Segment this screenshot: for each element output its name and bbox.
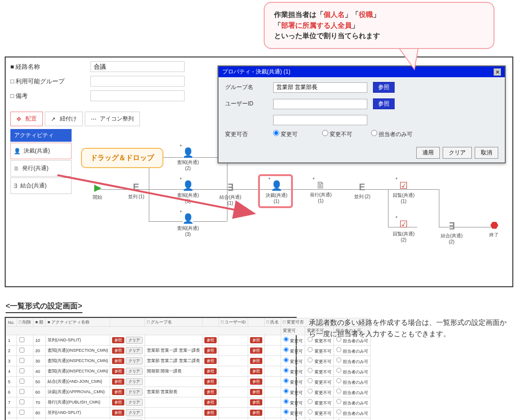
clear-button[interactable]: クリア (126, 378, 143, 385)
cancel-button[interactable]: 取消 (475, 147, 498, 159)
sidebar-item-label: 結合(共通) (20, 182, 47, 190)
label-available-group: □ 利用可能グループ (10, 77, 90, 86)
tab-align[interactable]: ⋯アイコン整列 (85, 112, 140, 126)
ref-button[interactable]: 参照 (250, 379, 262, 385)
callout-assignee-units: 作業担当者は「個人名」「役職」 「部署に所属する人全員」 といった単位で割り当て… (264, 2, 494, 49)
svg-line-2 (57, 175, 251, 213)
dots-icon: ⋯ (91, 116, 97, 122)
ref-button[interactable]: 参照 (204, 389, 217, 395)
label-changeable: 変更可否 (225, 130, 267, 138)
input-group-name[interactable] (273, 82, 367, 93)
table-row: 330査閲(共通)(INSPECTION_CMN)参照 クリア営業部 営業二課 … (6, 356, 371, 366)
ref-button[interactable]: 参照 (204, 337, 217, 343)
route-editor-screenshot: ■ 経路名称 □ 利用可能グループ □ 備考 ✥配置 ↗紐付け ⋯アイコン整列 … (5, 57, 513, 287)
tab-place[interactable]: ✥配置 (10, 112, 43, 126)
stop-icon: ⬣ (481, 219, 507, 231)
label-user-id: ユーザーID (225, 100, 267, 108)
ref-button[interactable]: 参照 (112, 368, 124, 374)
highlight-approve-node (258, 174, 293, 208)
dialog-button-row: 適用 クリア 取消 (225, 144, 498, 159)
prop-row-group: グループ名 参照 (225, 82, 498, 93)
list-section: No. □ 削除 ■ 順 ■ アクティビティ名称 □ グループ名 □ ユーザーI… (5, 317, 513, 420)
input-note[interactable] (90, 90, 185, 101)
node-circ1[interactable]: *☑回覧(共通) (1) (391, 180, 416, 204)
clear-button[interactable]: クリア (126, 399, 143, 406)
clear-button[interactable]: クリア (443, 147, 472, 159)
radio-owner-only[interactable]: 担当者のみ可 (371, 130, 413, 138)
ref-button-group[interactable]: 参照 (373, 82, 395, 93)
table-row: 220査閲(共通)(INSPECTION_CMN)参照 クリア営業部 営業一課 … (6, 346, 371, 356)
radio-changeable[interactable]: 変更可 (273, 130, 316, 138)
callout-drag-drop: ドラッグ＆ドロップ (81, 148, 163, 168)
ref-button[interactable]: 参照 (112, 389, 124, 395)
clear-button[interactable]: クリア (126, 388, 143, 396)
clear-button[interactable]: クリア (126, 357, 143, 364)
list-section-title: <一覧形式の設定画面> (6, 301, 82, 313)
clear-button[interactable]: クリア (126, 347, 143, 354)
join-icon: ∃ (14, 183, 17, 189)
clear-button[interactable]: クリア (126, 337, 143, 344)
ref-button[interactable]: 参照 (250, 389, 262, 395)
ref-button[interactable]: 参照 (204, 410, 217, 416)
label-group-name: グループ名 (225, 83, 267, 91)
ref-button[interactable]: 参照 (250, 358, 262, 364)
ref-button[interactable]: 参照 (112, 347, 124, 354)
ref-button[interactable]: 参照 (250, 399, 262, 405)
ref-button[interactable]: 参照 (204, 368, 217, 374)
clear-button[interactable]: クリア (126, 409, 143, 416)
prop-row-change: 変更可否 変更可 変更不可 担当者のみ可 (225, 130, 498, 138)
apply-button[interactable]: 適用 (416, 147, 440, 159)
ref-button[interactable]: 参照 (250, 337, 262, 343)
link-icon: ↗ (51, 116, 57, 122)
ref-button[interactable]: 参照 (204, 347, 217, 354)
sidebar-item-approve[interactable]: 👤 決裁(共通) (10, 143, 72, 159)
label-route-name: ■ 経路名称 (10, 63, 90, 71)
sidebar-item-label: 決裁(共通) (24, 147, 50, 155)
table-row: 440査閲(共通)(INSPECTION_CMN)参照 クリア開発部 開発一課長… (6, 366, 371, 377)
ref-button[interactable]: 参照 (112, 399, 124, 405)
close-icon[interactable]: ✕ (494, 68, 501, 76)
ref-button[interactable]: 参照 (250, 368, 262, 374)
sidebar-item-label: 発行(共通) (22, 164, 49, 172)
ref-button[interactable]: 参照 (204, 399, 217, 405)
ref-button[interactable]: 参照 (112, 337, 124, 343)
check-icon: ☑ (391, 180, 416, 191)
dialog-title: プロパティ - 決裁(共通) (1) (222, 68, 291, 76)
input-route-name[interactable] (90, 61, 185, 72)
table-row: 880並列(AND-SPLIT)参照 クリア参照参照 変更可 変更不可 担当者の… (6, 408, 371, 418)
move-icon: ✥ (16, 116, 23, 122)
table-row: 660決裁(共通)(APPROVAL_CMN)参照 クリア営業部 営業部長参照参… (6, 387, 371, 397)
node-end[interactable]: ⬣終了 (481, 219, 507, 238)
label-note: □ 備考 (10, 92, 90, 100)
dialog-titlebar[interactable]: プロパティ - 決裁(共通) (1) ✕ (219, 66, 505, 77)
input-user-id[interactable] (273, 99, 367, 109)
prop-row-user: ユーザーID 参照 (225, 98, 498, 109)
person-icon: 👤 (175, 147, 201, 158)
ref-button[interactable]: 参照 (204, 379, 217, 385)
tab-link[interactable]: ↗紐付け (45, 112, 83, 126)
property-dialog: プロパティ - 決裁(共通) (1) ✕ グループ名 参照 ユーザーID 参照 … (218, 65, 506, 163)
node-split2[interactable]: E並列 (2) (349, 182, 375, 200)
ref-button[interactable]: 参照 (112, 379, 124, 385)
list-description: 承認者数の多い経路を作成する場合は、一覧形式の設定画面から一度に担当者を入力する… (309, 317, 513, 339)
clear-button[interactable]: クリア (126, 368, 143, 375)
join-icon: ∃ (439, 220, 464, 232)
ref-button[interactable]: 参照 (112, 410, 124, 416)
node-join2[interactable]: ∃結合(共通) (2) (439, 220, 464, 244)
input-available-group[interactable] (90, 76, 185, 87)
list-view-screenshot: No. □ 削除 ■ 順 ■ アクティビティ名称 □ グループ名 □ ユーザーI… (5, 317, 297, 420)
ref-button[interactable]: 参照 (250, 410, 262, 416)
node-circ2[interactable]: *☑回覧(共通) (2) (391, 218, 416, 242)
table-row: 770発行(共通)(PUBLISH_CMN)参照 クリア参照参照 変更可 変更不… (6, 397, 371, 408)
radio-not-changeable[interactable]: 変更不可 (322, 130, 364, 138)
ref-button[interactable]: 参照 (204, 358, 217, 364)
ref-button-user[interactable]: 参照 (373, 98, 395, 109)
doc-icon: 🗎 (14, 165, 19, 172)
ref-button[interactable]: 参照 (112, 358, 124, 364)
ref-button[interactable]: 参照 (250, 347, 262, 354)
sidebar-head: アクティビティ (10, 129, 72, 142)
input-user-id-2[interactable] (273, 115, 367, 125)
drag-arrow (53, 166, 260, 222)
doc-icon: 🗎 (308, 180, 333, 191)
node-issue[interactable]: *🗎発行(共通) (1) (308, 180, 333, 203)
